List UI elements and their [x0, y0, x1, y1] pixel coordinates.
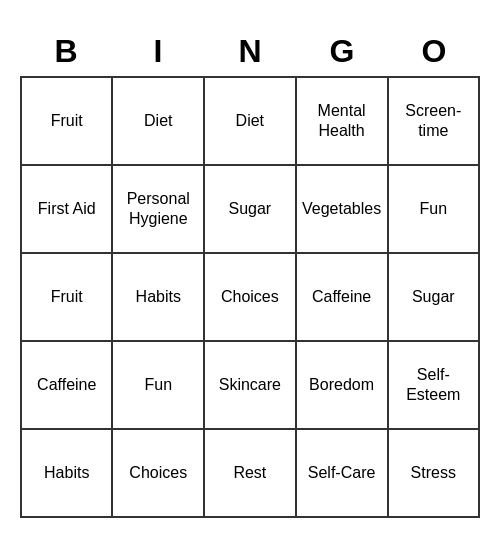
bingo-cell: Habits [112, 253, 204, 341]
bingo-letter: B [20, 27, 112, 76]
bingo-grid: FruitDietDietMental HealthScreen-timeFir… [20, 76, 480, 518]
cell-text: Vegetables [301, 170, 383, 248]
cell-text: Screen-time [393, 82, 474, 160]
cell-text: Caffeine [301, 258, 383, 336]
bingo-cell: Diet [112, 77, 204, 165]
cell-text: Boredom [301, 346, 383, 424]
cell-text: Habits [117, 258, 199, 336]
bingo-cell: Vegetables [296, 165, 388, 253]
cell-text: Diet [209, 82, 291, 160]
bingo-cell: Self-Care [296, 429, 388, 517]
bingo-cell: First Aid [21, 165, 112, 253]
bingo-cell: Sugar [204, 165, 296, 253]
cell-text: Fun [393, 170, 474, 248]
cell-text: Self-Esteem [393, 346, 474, 424]
cell-text: Rest [209, 434, 291, 512]
cell-text: Personal Hygiene [117, 170, 199, 248]
cell-text: Mental Health [301, 82, 383, 160]
bingo-cell: Mental Health [296, 77, 388, 165]
cell-text: First Aid [26, 170, 107, 248]
cell-text: Self-Care [301, 434, 383, 512]
bingo-cell: Choices [112, 429, 204, 517]
cell-text: Stress [393, 434, 474, 512]
bingo-cell: Skincare [204, 341, 296, 429]
cell-text: Fun [117, 346, 199, 424]
bingo-letter: G [296, 27, 388, 76]
bingo-letter: O [388, 27, 480, 76]
bingo-cell: Fun [388, 165, 479, 253]
bingo-cell: Choices [204, 253, 296, 341]
bingo-cell: Self-Esteem [388, 341, 479, 429]
cell-text: Habits [26, 434, 107, 512]
bingo-cell: Screen-time [388, 77, 479, 165]
bingo-cell: Fruit [21, 253, 112, 341]
bingo-cell: Fun [112, 341, 204, 429]
bingo-cell: Habits [21, 429, 112, 517]
cell-text: Fruit [26, 258, 107, 336]
cell-text: Diet [117, 82, 199, 160]
bingo-cell: Caffeine [21, 341, 112, 429]
bingo-cell: Sugar [388, 253, 479, 341]
bingo-cell: Diet [204, 77, 296, 165]
bingo-letter: I [112, 27, 204, 76]
cell-text: Sugar [393, 258, 474, 336]
cell-text: Skincare [209, 346, 291, 424]
cell-text: Sugar [209, 170, 291, 248]
bingo-header: BINGO [20, 27, 480, 76]
bingo-cell: Fruit [21, 77, 112, 165]
bingo-cell: Personal Hygiene [112, 165, 204, 253]
cell-text: Choices [117, 434, 199, 512]
bingo-cell: Boredom [296, 341, 388, 429]
bingo-cell: Stress [388, 429, 479, 517]
bingo-cell: Caffeine [296, 253, 388, 341]
cell-text: Choices [209, 258, 291, 336]
bingo-cell: Rest [204, 429, 296, 517]
bingo-letter: N [204, 27, 296, 76]
cell-text: Fruit [26, 82, 107, 160]
cell-text: Caffeine [26, 346, 107, 424]
